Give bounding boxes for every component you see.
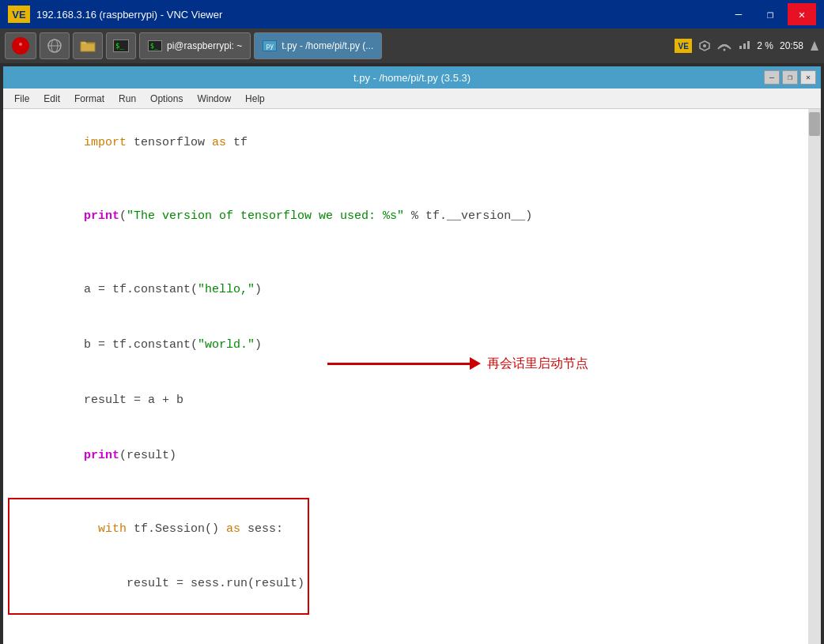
- vnc-window: VE 192.168.3.16 (raspberrypi) - VNC View…: [0, 0, 824, 644]
- menu-window[interactable]: Window: [191, 92, 237, 106]
- inner-restore-button[interactable]: ❐: [782, 70, 798, 85]
- menu-help[interactable]: Help: [239, 92, 271, 106]
- code-line-6: b = tf.constant("world."): [13, 318, 799, 373]
- menu-format[interactable]: Format: [68, 92, 111, 106]
- inner-window-controls: — ❐ ✕: [764, 70, 816, 85]
- inner-titlebar: t.py - /home/pi/t.py (3.5.3) — ❐ ✕: [3, 66, 821, 89]
- taskbar-raspberry-button[interactable]: [5, 32, 36, 59]
- vnc-minimize-button[interactable]: —: [724, 3, 753, 25]
- taskbar-time: 20:58: [780, 40, 803, 51]
- taskbar-terminal1-button[interactable]: $_: [106, 32, 136, 59]
- taskbar-battery: 2 %: [757, 40, 773, 51]
- code-line-5: a = tf.constant("hello,"): [13, 262, 799, 318]
- inner-close-button[interactable]: ✕: [800, 70, 816, 85]
- inner-title: t.py - /home/pi/t.py (3.5.3): [353, 72, 471, 84]
- taskbar-globe-button[interactable]: [40, 32, 70, 59]
- vnc-logo: VE: [8, 6, 30, 23]
- vertical-scrollbar[interactable]: [808, 109, 821, 644]
- svg-point-6: [703, 44, 706, 47]
- code-line-1: import tensorflow as tf: [13, 115, 799, 171]
- code-line-4: [13, 244, 799, 262]
- vnc-titlebar: VE 192.168.3.16 (raspberrypi) - VNC View…: [0, 0, 824, 28]
- inner-window: t.py - /home/pi/t.py (3.5.3) — ❐ ✕ File …: [3, 66, 821, 644]
- vnc-taskbar: $_ $_ pi@raspberrypi: ~ py t.py - /home/…: [0, 28, 824, 63]
- vnc-title: 192.168.3.16 (raspberrypi) - VNC Viewer: [36, 9, 724, 21]
- svg-point-1: [19, 43, 22, 46]
- taskbar-filemanager-button[interactable]: [73, 32, 103, 59]
- code-line-11: result = sess.run(result): [13, 556, 304, 612]
- menu-run[interactable]: Run: [112, 92, 142, 106]
- scrollbar-thumb[interactable]: [809, 112, 820, 136]
- taskbar-terminal-label: pi@raspberrypi: ~: [167, 40, 242, 51]
- raspberry-icon: [12, 37, 29, 55]
- code-line-3: print("The version of tensorflow we used…: [13, 189, 799, 244]
- svg-marker-8: [811, 41, 818, 51]
- inner-minimize-button[interactable]: —: [764, 70, 780, 85]
- taskbar-editor-app[interactable]: py t.py - /home/pi/t.py (...: [254, 32, 382, 59]
- taskbar-vnc-logo: VE: [675, 39, 692, 53]
- vnc-restore-button[interactable]: ❐: [756, 3, 784, 25]
- code-line-2: [13, 171, 799, 189]
- menu-file[interactable]: File: [8, 92, 36, 106]
- code-line-13: print(result): [13, 630, 799, 644]
- code-line-9: [13, 483, 799, 501]
- code-line-7: result = a + b: [13, 373, 799, 428]
- taskbar-terminal-app[interactable]: $_ pi@raspberrypi: ~: [139, 32, 251, 59]
- menu-bar: File Edit Format Run Options Window Help: [3, 89, 821, 109]
- taskbar-right: VE 2 % 20:58: [675, 39, 819, 53]
- keyword-import: import: [84, 136, 127, 149]
- terminal-icon: $_: [113, 40, 129, 52]
- editor-container: import tensorflow as tf print("The versi…: [3, 109, 821, 644]
- code-line-12: [13, 612, 799, 630]
- menu-options[interactable]: Options: [144, 92, 189, 106]
- annotated-code-section: with tf.Session() as sess: result = sess…: [13, 501, 304, 612]
- vnc-close-button[interactable]: ✕: [788, 3, 816, 25]
- taskbar-editor-label: t.py - /home/pi/t.py (...: [282, 40, 373, 51]
- code-line-10: with tf.Session() as sess:: [13, 501, 304, 556]
- svg-point-7: [724, 49, 726, 51]
- svg-rect-5: [81, 43, 95, 51]
- code-editor[interactable]: import tensorflow as tf print("The versi…: [3, 109, 808, 644]
- vnc-window-controls: — ❐ ✕: [724, 3, 816, 25]
- menu-edit[interactable]: Edit: [37, 92, 66, 106]
- code-line-8: print(result): [13, 427, 799, 483]
